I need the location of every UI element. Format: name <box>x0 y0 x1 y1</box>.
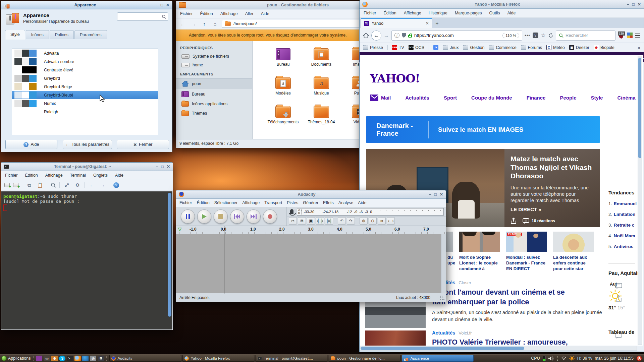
taskbar-button-thunar[interactable]: poun - Gestionnaire de fic... <box>329 355 400 362</box>
subnav-mail[interactable]: Mail <box>370 95 391 101</box>
bookmark-tv[interactable]: SFRTV <box>392 45 404 50</box>
redo-icon[interactable]: ↷ <box>347 217 355 225</box>
sidebar-item-home[interactable]: home <box>176 61 252 69</box>
menu-edition[interactable]: Édition <box>25 173 38 178</box>
launcher-desktop-icon[interactable] <box>36 356 42 361</box>
help-button[interactable]: ?Aide <box>5 140 57 149</box>
zoom-out-icon[interactable]: ⊖ <box>369 217 377 225</box>
google-bookmark-icon[interactable]: G <box>433 45 438 50</box>
theme-row-greybird[interactable]: Greybird <box>12 74 158 82</box>
menu-affichage[interactable]: Affichage <box>220 11 238 16</box>
page-actions-icon[interactable]: ••• <box>525 33 530 38</box>
up-icon[interactable]: ↑ <box>200 20 208 28</box>
menu-affichage[interactable]: Affichage <box>45 173 63 178</box>
folder-item-modeles[interactable]: a Modèles <box>264 73 302 102</box>
bookmark-forums[interactable]: Forums <box>521 45 542 50</box>
search-input[interactable] <box>117 12 168 21</box>
bookmark-jeux[interactable]: Jeux <box>443 45 459 50</box>
minimize-button[interactable]: – <box>429 192 431 197</box>
menu-effets[interactable]: Effets <box>323 200 334 205</box>
audacity-scrollbar[interactable] <box>441 234 446 294</box>
menu-generer[interactable]: Générer <box>303 200 318 205</box>
copy-icon[interactable]: ⧉ <box>25 182 33 188</box>
new-window-icon[interactable] <box>4 183 10 187</box>
menu-selectionner[interactable]: Sélectionner <box>214 200 238 205</box>
fit-selection-icon[interactable]: ⇹ <box>378 217 386 225</box>
menu-affichage[interactable]: Affichage <box>404 11 421 15</box>
taskbar-button-terminal[interactable]: >_ Terminal - poun@Gigatest:... <box>256 355 327 362</box>
back-button[interactable]: ← <box>371 31 381 41</box>
weather-sun-icon[interactable] <box>569 356 575 361</box>
featured-cta[interactable]: LE DIRECT » <box>511 206 594 212</box>
theme-row-raleigh[interactable]: Raleigh <box>12 108 158 116</box>
url-bar[interactable]: i https://fr.yahoo.com 110 % <box>391 31 522 41</box>
sidebar-item-poun[interactable]: poun <box>176 78 252 89</box>
adblock-addon-icon[interactable]: 139 <box>618 32 625 39</box>
pocket-icon[interactable]: ∨ <box>533 33 538 38</box>
launcher-thunderbird-icon[interactable] <box>82 356 89 361</box>
scrollbar-thumb[interactable] <box>361 347 524 350</box>
trending-item-3[interactable]: 3.Retraite c <box>608 223 639 228</box>
folder-item-bureau[interactable]: Bureau <box>264 45 302 73</box>
close-button[interactable]: ✕ <box>638 2 641 7</box>
menu-analyse[interactable]: Analyse <box>338 200 353 205</box>
menu-terminal[interactable]: Terminal <box>70 173 86 178</box>
theme-row-adwaita[interactable]: Adwaita <box>12 49 158 57</box>
recording-meter[interactable]: GD -33-30 -24-21-18 -12 -9 -6 -3 0 <box>297 208 444 216</box>
tab-parametres[interactable]: Paramètres <box>74 30 107 39</box>
bookmark-star-icon[interactable]: ☆ <box>541 32 546 39</box>
scrollbar-thumb[interactable] <box>638 58 641 158</box>
close-button[interactable]: ✕ <box>166 3 169 7</box>
appearance-titlebar[interactable]: Apparence □✕ <box>1 1 172 9</box>
bookmarks-overflow-icon[interactable]: » <box>638 45 640 50</box>
forward-icon[interactable]: → <box>99 182 106 188</box>
fullscreen-icon[interactable]: ⤢ <box>63 182 70 188</box>
subnav-sport[interactable]: Sport <box>444 95 457 101</box>
audacity-titlebar[interactable]: Audacity –□✕ <box>176 190 446 199</box>
menu-fichier[interactable]: Fichier <box>179 200 192 205</box>
taskbar-button-apparence-active[interactable]: Apparence <box>402 355 474 362</box>
back-icon[interactable]: ← <box>179 20 187 28</box>
subnav-style[interactable]: Style <box>591 95 603 101</box>
menu-aide[interactable]: Aide <box>358 200 366 205</box>
bookmark-presse[interactable]: Presse <box>363 45 383 50</box>
silence-audio-icon[interactable]: ╠╣ <box>325 217 333 225</box>
zoom-in-icon[interactable]: ⊕ <box>360 217 368 225</box>
launcher-settings-folder-icon[interactable]: ⚙ <box>51 356 58 361</box>
menu-aller[interactable]: Aller <box>245 11 254 16</box>
preferences-gear-icon[interactable]: ⚙ <box>74 182 81 188</box>
close-button[interactable]: ✕ <box>440 192 443 197</box>
all-settings-button[interactable]: ←Tous les paramètres <box>63 140 112 149</box>
timeline-pin-icon[interactable]: ▽ <box>178 227 181 232</box>
bookmark-commerce[interactable]: Commerce <box>489 45 516 50</box>
theme-row-adwaita-sombre[interactable]: Adwaita-sombre <box>12 57 158 66</box>
trending-item-1[interactable]: 1.Emmanuel <box>608 201 639 206</box>
zoom-level[interactable]: 110 % <box>502 33 519 38</box>
menu-marque-pages[interactable]: Marque-pages <box>455 11 482 15</box>
firefox-titlebar[interactable]: Yahoo - Mozilla Firefox –□✕ <box>360 0 644 9</box>
horizontal-scrollbar[interactable] <box>360 346 637 351</box>
article-category[interactable]: Actualités <box>432 330 455 336</box>
menu-affichage[interactable]: Affichage <box>242 200 260 205</box>
translator-addon-icon[interactable] <box>627 33 633 38</box>
resize-grip[interactable] <box>440 295 445 301</box>
menu-aide[interactable]: Aide <box>507 11 516 15</box>
yahoo-logo[interactable]: YAHOO! <box>370 72 420 85</box>
vertical-scrollbar[interactable] <box>638 56 642 345</box>
undo-icon[interactable]: ↶ <box>338 217 346 225</box>
close-button[interactable]: ✕ <box>167 164 170 169</box>
tracking-shield-icon[interactable] <box>402 33 406 38</box>
subnav-finance[interactable]: Finance <box>527 95 546 101</box>
sidebar-item-icones-applications[interactable]: Icônes applications <box>176 99 252 109</box>
theme-row-contraste-eleve[interactable]: Contraste élevé <box>12 66 158 74</box>
cpu-meter[interactable] <box>543 356 546 361</box>
menu-edition[interactable]: Édition <box>200 11 213 16</box>
play-button[interactable] <box>197 209 211 224</box>
sidebar-item-themes[interactable]: Thèmes <box>176 109 252 118</box>
maximize-button[interactable]: □ <box>632 2 635 7</box>
folder-item-telechargements[interactable]: Téléchargements <box>264 102 302 131</box>
article-headline[interactable]: PHOTO Valérie Trierweiler : amoureuse, <box>432 338 613 346</box>
back-icon[interactable]: ← <box>88 182 96 188</box>
maximize-button[interactable]: □ <box>161 3 163 7</box>
menu-edition[interactable]: Édition <box>197 200 210 205</box>
